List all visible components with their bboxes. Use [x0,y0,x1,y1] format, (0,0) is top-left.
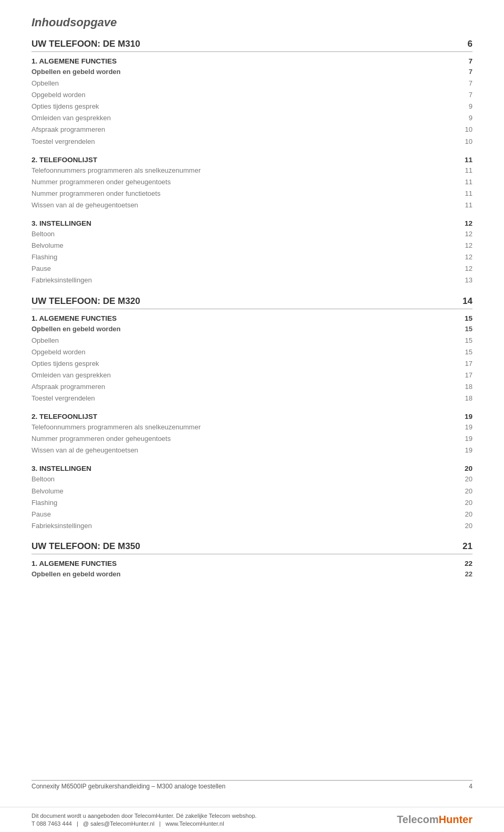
toc-item: Flashing 20 [32,497,472,509]
m310-s1-title: 1. Algemene Functies 7 [32,57,472,65]
footer-bottom-info: Dit document wordt u aangeboden door Tel… [32,813,397,827]
m310-header-num: 6 [468,39,472,49]
page-container: Inhoudsopgave UW TELEFOON: DE M310 6 1. … [0,0,504,832]
m350-s1-num: 22 [457,560,472,567]
m310-section1: 1. Algemene Functies 7 Opbellen en gebel… [32,57,472,148]
toc-item: Opbellen en gebeld worden 22 [32,568,472,580]
toc-item: Fabrieksinstellingen 13 [32,275,472,286]
toc-item: Afspraak programmeren 10 [32,124,472,135]
m320-section-header: UW TELEFOON: DE M320 14 [32,296,472,309]
m320-section3: 3. Instellingen 20 Beltoon 20 Belvolume … [32,465,472,531]
footer-divider-text: Connexity M6500IP gebruikershandleiding … [32,783,225,790]
toc-item: Wissen van al de geheugentoetsen 11 [32,199,472,211]
m320-section1: 1. Algemene Functies 15 Opbellen en gebe… [32,314,472,405]
toc-item: Opgebeld worden 15 [32,346,472,358]
footer-phone: T 088 7463 444 [32,820,72,827]
m310-s3-label: 3. Instellingen [32,219,91,227]
m310-s3-title: 3. Instellingen 12 [32,219,472,227]
toc-item: Afspraak programmeren 18 [32,381,472,393]
toc-item: Nummer programmeren onder geheugentoets … [32,176,472,188]
toc-item: Omleiden van gesprekken 9 [32,112,472,124]
m350-header-label: UW TELEFOON: DE M350 [32,541,140,552]
toc-item: Belvolume 12 [32,240,472,251]
m350-header-num: 21 [463,541,472,552]
toc-item: Opbellen en gebeld worden 7 [32,66,472,78]
toc-item: Pause 20 [32,509,472,520]
m310-s3-num: 12 [457,219,472,227]
m350-section-header: UW TELEFOON: DE M350 21 [32,541,472,554]
page-title: Inhoudsopgave [32,16,472,29]
m310-section2: 2. Telefoonlijst 11 Telefoonnummers prog… [32,156,472,211]
m320-s2-label: 2. Telefoonlijst [32,413,97,420]
m320-s3-title: 3. Instellingen 20 [32,465,472,472]
m320-header-label: UW TELEFOON: DE M320 [32,296,140,307]
m310-s2-num: 11 [457,156,472,164]
m320-header-num: 14 [463,296,472,307]
toc-item: Opbellen en gebeld worden 15 [32,323,472,335]
m320-section2: 2. Telefoonlijst 19 Telefoonnummers prog… [32,413,472,456]
footer-bottom-bar: Dit document wordt u aangeboden door Tel… [0,807,504,832]
m320-s1-num: 15 [457,314,472,322]
item-opbellen-gebeld: Opbellen en gebeld worden [32,66,121,78]
m310-s2-title: 2. Telefoonlijst 11 [32,156,472,164]
toc-item: Beltoon 12 [32,228,472,240]
toc-content: UW TELEFOON: DE M310 6 1. Algemene Funct… [32,39,472,580]
m350-section1: 1. Algemene Functies 22 Opbellen en gebe… [32,560,472,580]
m320-s2-title: 2. Telefoonlijst 19 [32,413,472,420]
logo-hunter: Hunter [439,814,472,826]
item-opbellen-gebeld-num: 7 [457,66,472,78]
toc-item: Opgebeld worden 7 [32,89,472,101]
toc-item: Nummer programmeren onder functietoets 1… [32,188,472,199]
toc-item: Opbellen 15 [32,335,472,346]
toc-item: Fabrieksinstellingen 20 [32,520,472,532]
toc-item: Opbellen 7 [32,78,472,89]
item-m320-opbellen-gebeld: Opbellen en gebeld worden [32,323,121,335]
toc-item: Toestel vergrendelen 10 [32,136,472,148]
toc-item: Pause 12 [32,263,472,275]
m350-s1-label: 1. Algemene Functies [32,560,117,567]
toc-item: Telefoonnummers programmeren als snelkeu… [32,422,472,433]
toc-item: Telefoonnummers programmeren als snelkeu… [32,165,472,176]
footer-contact: T 088 7463 444 | @ sales@TelecomHunter.n… [32,820,397,827]
item-m350-opbellen-gebeld: Opbellen en gebeld worden [32,568,121,580]
footer-divider-num: 4 [469,783,472,790]
footer-website: www.TelecomHunter.nl [165,820,224,827]
toc-item: Toestel vergrendelen 18 [32,393,472,404]
m310-s1-label: 1. Algemene Functies [32,57,117,65]
m310-section-header: UW TELEFOON: DE M310 6 [32,39,472,52]
item-m320-opbellen-gebeld-num: 15 [457,323,472,335]
m320-s1-label: 1. Algemene Functies [32,314,117,322]
footer-bottom-text: Dit document wordt u aangeboden door Tel… [32,813,397,819]
toc-item: Omleiden van gesprekken 17 [32,370,472,381]
telecomhunter-logo: TelecomHunter [397,814,472,826]
m320-s1-title: 1. Algemene Functies 15 [32,314,472,322]
m350-s1-title: 1. Algemene Functies 22 [32,560,472,567]
m310-s1-num: 7 [457,57,472,65]
item-m350-opbellen-gebeld-num: 22 [457,568,472,580]
logo-telecom: Telecom [397,814,439,826]
m310-s2-label: 2. Telefoonlijst [32,156,97,164]
toc-item: Nummer programmeren onder geheugentoets … [32,433,472,445]
m310-header-label: UW TELEFOON: DE M310 [32,39,140,49]
toc-item: Belvolume 20 [32,486,472,497]
m310-section3: 3. Instellingen 12 Beltoon 12 Belvolume … [32,219,472,286]
m320-s3-label: 3. Instellingen [32,465,91,472]
footer-divider-row: Connexity M6500IP gebruikershandleiding … [32,780,472,790]
footer-email: @ sales@TelecomHunter.nl [83,820,154,827]
toc-item: Beltoon 20 [32,473,472,485]
m320-s2-num: 19 [457,413,472,420]
m320-s3-num: 20 [457,465,472,472]
toc-item: Opties tijdens gesprek 17 [32,358,472,370]
toc-item: Flashing 12 [32,251,472,263]
toc-item: Wissen van al de geheugentoetsen 19 [32,445,472,456]
toc-item: Opties tijdens gesprek 9 [32,101,472,112]
